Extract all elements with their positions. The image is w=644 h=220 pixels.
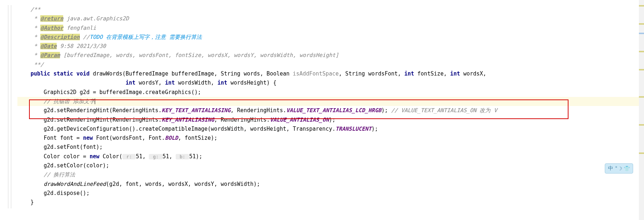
param-hint-b: b:: [176, 154, 189, 159]
static-field: BOLD: [165, 135, 178, 141]
javadoc-close: **/: [17, 61, 44, 68]
minimap-mark[interactable]: [639, 124, 644, 126]
code-line[interactable]: g2d.setFont(font);: [17, 143, 639, 152]
param-hint-g: g:: [149, 154, 162, 159]
code-line[interactable]: public static void drawWords(BufferedIma…: [17, 69, 639, 78]
minimap-mark[interactable]: [639, 69, 644, 70]
keyword-static: static: [53, 70, 73, 77]
ime-lang-icon[interactable]: 中: [608, 165, 613, 172]
code-line[interactable]: /**: [17, 5, 639, 14]
keyword-void: void: [77, 70, 90, 77]
unused-param: isAddFontSpace: [293, 70, 339, 77]
minimap-mark[interactable]: [639, 33, 644, 34]
ime-skin-icon[interactable]: 👕: [624, 166, 630, 172]
minimap-mark[interactable]: [639, 5, 644, 7]
code-line[interactable]: }: [17, 198, 639, 207]
code-line[interactable]: Graphics2D g2d = bufferedImage.createGra…: [17, 88, 639, 97]
rendering-hint-value: VALUE_TEXT_ANTIALIAS_LCD_HRGB: [286, 107, 382, 114]
ime-moon-icon[interactable]: ☽: [619, 166, 622, 172]
code-line[interactable]: g2d.setColor(color);: [17, 161, 639, 170]
text-caret: [95, 98, 95, 104]
javadoc-open: /**: [17, 6, 40, 13]
rendering-hint-value: VALUE_ANTIALIAS_ON: [270, 117, 329, 123]
code-line[interactable]: g2d.dispose();: [17, 189, 639, 198]
code-line[interactable]: drawWordAndLineFeed(g2d, font, words, wo…: [17, 180, 639, 189]
code-line[interactable]: * @Date 9:58 2021/3/30: [17, 42, 639, 51]
javadoc-param-tag: @Param: [40, 52, 60, 58]
code-line[interactable]: * @return java.awt.Graphics2D: [17, 14, 639, 23]
code-line[interactable]: Font font = new Font(wordsFont, Font.BOL…: [17, 134, 639, 143]
code-line[interactable]: Color color = new Color( r: 51, g: 51, b…: [17, 152, 639, 161]
code-line[interactable]: * @Description //TODO 在背景模板上写字，注意 需要换行算法: [17, 33, 639, 42]
editor-gutter: [0, 0, 17, 220]
ime-panel[interactable]: 中 ° ☽ 👕: [605, 163, 633, 174]
rendering-hint-key: KEY_TEXT_ANTIALIASING: [162, 107, 231, 114]
code-line[interactable]: * @Param [bufferedImage, words, wordsFon…: [17, 51, 639, 60]
minimap-mark[interactable]: [639, 96, 644, 98]
code-line[interactable]: g2d.setRenderingHint(RenderingHints.KEY_…: [17, 106, 639, 115]
rendering-hint-key: KEY_ANTIALIASING: [162, 117, 214, 123]
code-line[interactable]: // 换行算法: [17, 170, 639, 179]
minimap-mark[interactable]: [639, 152, 644, 154]
todo-comment: TODO 在背景模板上写字，注意 需要换行算法: [90, 34, 202, 40]
javadoc-return-tag: @return: [40, 15, 63, 22]
code-area[interactable]: /** * @return java.awt.Graphics2D * @Aut…: [17, 0, 639, 220]
javadoc-description-tag: @Description: [40, 34, 80, 40]
code-line[interactable]: int wordsY, int wordsWidth, int wordsHei…: [17, 78, 639, 87]
code-editor[interactable]: /** * @return java.awt.Graphics2D * @Aut…: [0, 0, 644, 220]
code-line[interactable]: g2d.setRenderingHint(RenderingHints.KEY_…: [17, 115, 639, 125]
code-line[interactable]: **/: [17, 60, 639, 69]
javadoc-author-tag: @Author: [40, 25, 63, 31]
comment-antialiasing: // 抗锯齿 添加文字: [44, 98, 95, 105]
javadoc-date-tag: @Date: [40, 43, 57, 49]
code-line-current[interactable]: // 抗锯齿 添加文字: [17, 97, 639, 106]
comment-linewrap: // 换行算法: [44, 171, 75, 178]
minimap-strip[interactable]: [639, 0, 644, 220]
ime-mode-icon[interactable]: °: [615, 166, 617, 171]
minimap-mark[interactable]: [639, 51, 644, 52]
code-line[interactable]: g2d.getDeviceConfiguration().createCompa…: [17, 125, 639, 134]
code-line[interactable]: * @Author fengfanli: [17, 24, 639, 33]
param-hint-r: r:: [122, 154, 136, 159]
minimap-mark[interactable]: [639, 23, 644, 25]
method-call: drawWordAndLineFeed: [44, 181, 106, 187]
static-field: TRANSLUCENT: [335, 126, 371, 132]
keyword-public: public: [30, 70, 50, 77]
